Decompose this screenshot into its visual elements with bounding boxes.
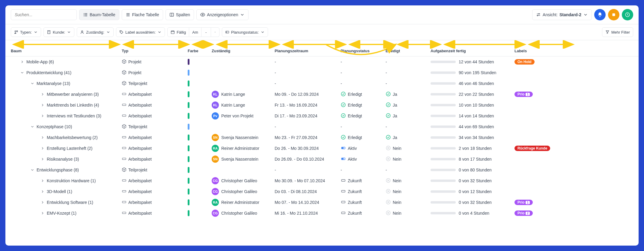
filter-due[interactable]: Fällig xyxy=(167,27,189,37)
clock-button[interactable] xyxy=(622,9,633,20)
flat-table-label: Flache Tabelle xyxy=(132,12,159,17)
expand-toggle[interactable] xyxy=(30,168,35,172)
table-row[interactable]: Marktanalyse (13) Teilprojekt - - - 46 v… xyxy=(5,78,639,89)
view-selector[interactable]: Ansicht: Standard-2 xyxy=(532,9,592,20)
filter-due-chev[interactable] xyxy=(211,27,219,37)
columns-button[interactable]: Spalten xyxy=(165,9,194,20)
tree-name: Mobile-App (6) xyxy=(26,59,54,64)
note-icon xyxy=(611,12,616,17)
progress-text: 0 von 32 Stunden xyxy=(459,200,492,205)
table-row[interactable]: EMV-Kozept (1) Arbeitspaket CGChristophe… xyxy=(5,208,639,219)
typ-icon xyxy=(122,135,127,141)
progress-text: 14 von 14 Stunden xyxy=(459,113,494,118)
col-aufgabenzeit[interactable]: Aufgabenzeit fertig xyxy=(431,49,514,53)
filter-due-value[interactable]: - xyxy=(201,27,211,37)
svg-point-10 xyxy=(121,31,121,32)
progress-bar xyxy=(431,104,456,106)
col-erledigt[interactable]: Erledigt xyxy=(386,49,431,53)
filter-assignee[interactable]: Zuständig: xyxy=(77,27,114,37)
toolbar: Baum-Tabelle Flache Tabelle Spalten Anze… xyxy=(5,5,639,24)
table-row[interactable]: 3D-Modell (1) Arbeitspaket CGChristopher… xyxy=(5,186,639,197)
tree-name: Mitbewerber analysieren (3) xyxy=(47,92,99,97)
expand-toggle[interactable] xyxy=(30,124,35,129)
table-row[interactable]: Entwicklungsphase (8) Teilprojekt - - - … xyxy=(5,165,639,175)
expand-toggle[interactable] xyxy=(40,200,45,205)
progress-text: 0 von 4 Stunden xyxy=(459,211,489,216)
tree-name: Entwicklung Software (1) xyxy=(47,200,93,205)
note-button[interactable] xyxy=(608,9,619,20)
search-input[interactable] xyxy=(11,9,77,20)
table-row[interactable]: Mobile-App (6) Projekt - - - 12 von 44 S… xyxy=(5,56,639,67)
more-filters-button[interactable]: Mehr Filter xyxy=(602,27,633,37)
svg-point-2 xyxy=(539,14,540,14)
table-row[interactable]: Konstruktion Hardware (1) Arbeitspaket C… xyxy=(5,175,639,186)
col-planungszeitraum[interactable]: Planungszeitraum xyxy=(275,49,341,53)
typ-label: Teilprojekt xyxy=(128,81,147,86)
display-options-button[interactable]: Anzeigeoptionen xyxy=(196,9,249,20)
expand-toggle[interactable] xyxy=(40,113,45,118)
tree-name: Interviews mit Testkunden (3) xyxy=(47,113,101,118)
table-row[interactable]: Markttrends bei LinkedIn (4) Arbeitspake… xyxy=(5,100,639,110)
expand-toggle[interactable] xyxy=(40,135,45,140)
expand-toggle[interactable] xyxy=(40,157,45,162)
notifications-button[interactable] xyxy=(594,9,606,20)
col-zustandig[interactable]: Zuständig xyxy=(212,49,275,53)
plan-range: - xyxy=(275,59,341,64)
done-icon xyxy=(386,199,391,206)
status-text: Zukunft xyxy=(348,200,362,205)
table-row[interactable]: Machbarkeitsbewertung (2) Arbeitspaket S… xyxy=(5,132,639,143)
expand-toggle[interactable] xyxy=(30,81,35,86)
status-text: Erledigt xyxy=(348,92,362,97)
plan-range: Fr 13. - Mo 16.09.2024 xyxy=(275,103,341,107)
progress-bar xyxy=(431,147,456,150)
plan-range: Mi 16. - Mo 21.10.2024 xyxy=(275,211,341,216)
col-baum[interactable]: Baum xyxy=(11,49,122,53)
filter-types[interactable]: Typen: xyxy=(11,27,41,37)
avatar: RA xyxy=(212,145,219,152)
progress-bar xyxy=(431,61,456,63)
expand-toggle[interactable] xyxy=(40,92,45,97)
expand-toggle[interactable] xyxy=(40,103,45,107)
assignee-name: Christopher Galileo xyxy=(221,178,257,183)
chevron-down-icon xyxy=(67,30,71,34)
status-text: Zukunft xyxy=(348,211,362,216)
col-planungsstatus[interactable]: Planungsstatus xyxy=(341,49,386,53)
table-row[interactable]: Entwicklung Software (1) Arbeitspaket RA… xyxy=(5,197,639,208)
filter-label[interactable]: Label auswählen: xyxy=(116,27,165,37)
done-text: Nein xyxy=(393,157,401,162)
table-row[interactable]: Erstellung Lastenheft (2) Arbeitspaket R… xyxy=(5,143,639,154)
building-icon xyxy=(47,30,51,34)
status-icon xyxy=(341,156,346,162)
table-row[interactable]: Risikoanalyse (3) Arbeitspaket SNSvenja … xyxy=(5,154,639,165)
expand-toggle[interactable] xyxy=(40,211,45,216)
table-row[interactable]: Konzeptphase (10) Teilprojekt - - - 44 v… xyxy=(5,121,639,132)
filter-planstatus[interactable]: Planungsstatus: xyxy=(222,27,268,37)
user-icon xyxy=(80,30,84,34)
filter-due-mode[interactable]: Am xyxy=(189,27,201,37)
expand-toggle[interactable] xyxy=(20,70,25,75)
table-row[interactable]: Produktentwicklung (41) Projekt - - - 90… xyxy=(5,67,639,78)
progress-text: 22 von 22 Stunden xyxy=(459,92,494,97)
status-text: Aktiv xyxy=(348,157,357,162)
color-indicator xyxy=(188,124,189,130)
status-icon xyxy=(341,91,346,98)
expand-toggle[interactable] xyxy=(40,146,45,151)
plan-range: - xyxy=(275,168,341,172)
col-farbe[interactable]: Farbe xyxy=(188,49,212,53)
typ-icon xyxy=(122,189,127,195)
table-row[interactable]: Mitbewerber analysieren (3) Arbeitspaket… xyxy=(5,89,639,100)
expand-toggle[interactable] xyxy=(20,59,25,64)
view-value: Standard-2 xyxy=(559,12,581,17)
assignee-name: Peter von Projekt xyxy=(221,113,253,118)
table-row[interactable]: Interviews mit Testkunden (3) Arbeitspak… xyxy=(5,110,639,121)
expand-toggle[interactable] xyxy=(40,189,45,194)
done-text: - xyxy=(386,168,387,172)
filter-customer[interactable]: Kunde: xyxy=(43,27,74,37)
flat-table-button[interactable]: Flache Tabelle xyxy=(122,9,163,20)
tree-table-button[interactable]: Baum-Tabelle xyxy=(79,9,119,20)
col-labels[interactable]: Labels xyxy=(514,49,568,53)
clock-icon xyxy=(625,12,630,17)
expand-toggle[interactable] xyxy=(40,178,45,183)
col-typ[interactable]: Typ xyxy=(122,49,188,53)
svg-rect-44 xyxy=(341,180,345,181)
